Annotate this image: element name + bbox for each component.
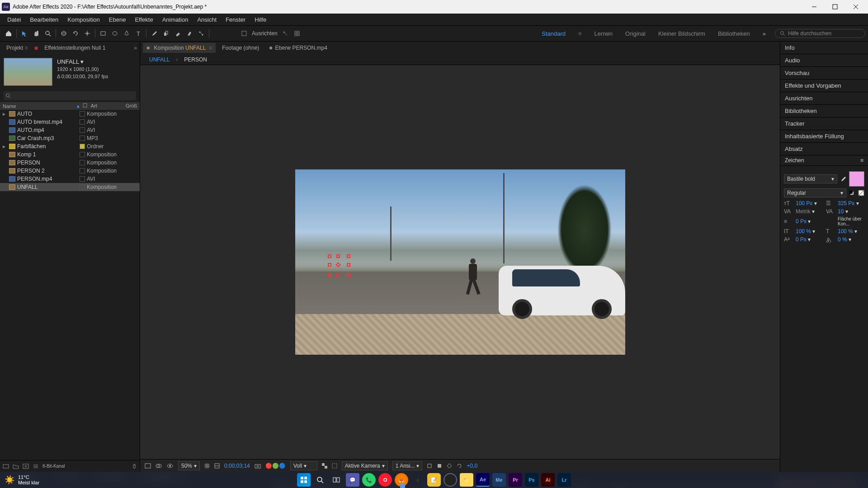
panel-tracker[interactable]: Tracker	[780, 117, 868, 130]
breadcrumb-unfall[interactable]: UNFALL	[149, 56, 170, 63]
menu-ansicht[interactable]: Ansicht	[193, 14, 221, 25]
snapshot-icon[interactable]	[255, 463, 261, 469]
taskbar-me[interactable]: Me	[492, 473, 506, 487]
tab-layer[interactable]: ■Ebene PERSON.mp4	[265, 43, 331, 53]
menu-komposition[interactable]: Komposition	[63, 14, 104, 25]
selection-tool[interactable]	[19, 28, 30, 39]
panel-more-icon[interactable]: »	[134, 45, 137, 51]
vf-3d-icon[interactable]	[427, 463, 432, 469]
new-folder-icon[interactable]	[13, 464, 19, 469]
minimize-button[interactable]	[804, 0, 825, 14]
menu-datei[interactable]: Datei	[3, 14, 25, 25]
puppet-tool[interactable]	[195, 28, 207, 39]
color-mgmt-icon[interactable]: 🔴🟢🔵	[265, 463, 286, 469]
composition-viewer[interactable]	[140, 65, 780, 459]
menu-fenster[interactable]: Fenster	[221, 14, 250, 25]
font-family-dropdown[interactable]: Bastile bold▾	[784, 174, 837, 183]
project-item[interactable]: Car Crash.mp3MP3	[0, 134, 140, 142]
vf-px-icon[interactable]	[437, 463, 442, 469]
menu-animation[interactable]: Animation	[158, 14, 193, 25]
roto-tool[interactable]	[184, 28, 195, 39]
bpc-button[interactable]: 8-Bit-Kanal	[42, 464, 65, 469]
vf-mask-icon[interactable]	[166, 463, 174, 469]
taskbar-teams[interactable]: 💬	[346, 473, 359, 487]
snap-checkbox[interactable]	[238, 28, 250, 39]
new-comp-icon[interactable]	[23, 464, 29, 469]
project-item[interactable]: PERSON 2Komposition	[0, 167, 140, 175]
clone-tool[interactable]	[160, 28, 172, 39]
camera-dropdown[interactable]: Aktive Kamera▾	[342, 461, 388, 470]
stroke-value[interactable]: 0 Px	[796, 218, 807, 225]
panel-align[interactable]: Ausrichten	[780, 92, 868, 105]
vf-refresh-icon[interactable]	[457, 463, 462, 469]
hscale-value[interactable]: 100 %	[838, 228, 853, 235]
project-item[interactable]: UNFALLKomposition	[0, 183, 140, 191]
tab-footage[interactable]: Footage (ohne)	[218, 43, 263, 53]
panel-info[interactable]: Info	[780, 42, 868, 54]
project-search[interactable]	[4, 91, 136, 100]
workspace-lernen[interactable]: Lernen	[594, 30, 613, 37]
workspace-more-icon[interactable]: »	[763, 30, 766, 37]
panel-audio[interactable]: Audio	[780, 54, 868, 67]
taskbar-app1[interactable]: ♟	[411, 473, 425, 487]
vf-channel-icon[interactable]	[156, 463, 162, 469]
eyedropper-icon[interactable]	[840, 176, 846, 182]
breadcrumb-person[interactable]: PERSON	[184, 56, 207, 63]
viewer-timecode[interactable]: 0;00;03;14	[224, 463, 250, 469]
proj-comp-name[interactable]: UNFALL ▾	[57, 58, 108, 66]
font-style-dropdown[interactable]: Regular▾	[784, 188, 846, 197]
fill-color-swatch[interactable]	[849, 171, 864, 187]
start-button[interactable]	[297, 473, 311, 487]
workspace-biblio[interactable]: Bibliotheken	[718, 30, 750, 37]
panel-libraries[interactable]: Bibliotheken	[780, 105, 868, 117]
panel-paragraph[interactable]: Absatz	[780, 143, 868, 155]
panel-character-header[interactable]: Zeichen≡	[780, 155, 868, 166]
views-dropdown[interactable]: 1 Ansi...▾	[392, 461, 423, 470]
eraser-tool[interactable]	[172, 28, 184, 39]
panel-vorschau[interactable]: Vorschau	[780, 67, 868, 80]
null-handles[interactable]	[328, 254, 350, 277]
rotate-tool[interactable]	[70, 28, 81, 39]
vf-grid-icon[interactable]	[204, 463, 210, 469]
kerning-value[interactable]: Metrik	[796, 208, 811, 215]
settings-icon[interactable]	[33, 464, 39, 469]
maximize-button[interactable]	[825, 0, 845, 14]
taskbar-explorer[interactable]: 📁	[460, 473, 473, 487]
baseline-value[interactable]: 0 Px	[796, 236, 807, 243]
vf-guides-icon[interactable]	[214, 463, 220, 469]
taskbar-opera[interactable]: O	[378, 473, 392, 487]
workspace-original[interactable]: Original	[625, 30, 646, 37]
ellipse-tool[interactable]	[109, 28, 121, 39]
taskbar-search[interactable]	[313, 473, 327, 487]
project-item[interactable]: PERSON.mp4AVI	[0, 175, 140, 183]
weather-widget[interactable]: ☀️ 11°CMeist klar	[5, 474, 39, 485]
taskbar-ai[interactable]: Ai	[541, 473, 555, 487]
vf-alpha-icon[interactable]	[145, 463, 151, 469]
taskbar-whatsapp[interactable]: 📞	[362, 473, 376, 487]
taskbar-app2[interactable]: 📝	[427, 473, 441, 487]
resolution-dropdown[interactable]: Voll▾	[290, 461, 317, 470]
brush-tool[interactable]	[148, 28, 160, 39]
panel-content-fill[interactable]: Inhaltsbasierte Füllung	[780, 130, 868, 143]
panel-effects[interactable]: Effekte und Vorgaben	[780, 80, 868, 92]
taskbar-obs[interactable]	[443, 473, 457, 487]
tsume-value[interactable]: 0 %	[838, 236, 847, 243]
menu-bearbeiten[interactable]: Bearbeiten	[25, 14, 63, 25]
project-item[interactable]: AUTO bremst.mp4AVI	[0, 118, 140, 126]
playhead[interactable]	[402, 484, 403, 488]
tab-composition[interactable]: ■ Komposition UNFALL ≡	[143, 43, 216, 53]
vf-region-icon[interactable]	[332, 463, 337, 469]
snap-options-icon[interactable]	[279, 28, 291, 39]
rect-tool[interactable]	[97, 28, 109, 39]
vscale-value[interactable]: 100 %	[796, 228, 811, 235]
exposure-value[interactable]: +0,0	[467, 463, 477, 469]
text-tool[interactable]: T	[132, 28, 144, 39]
project-item[interactable]: AUTO.mp4AVI	[0, 126, 140, 134]
menu-hilfe[interactable]: Hilfe	[250, 14, 271, 25]
hand-tool[interactable]	[30, 28, 42, 39]
trash-icon[interactable]	[132, 464, 137, 469]
interpret-icon[interactable]	[3, 464, 9, 469]
tab-project[interactable]: Projekt ≡	[3, 43, 32, 53]
help-search[interactable]: Hilfe durchsuchen	[775, 29, 865, 38]
project-item[interactable]: ▸FarbflächenOrdner	[0, 142, 140, 150]
